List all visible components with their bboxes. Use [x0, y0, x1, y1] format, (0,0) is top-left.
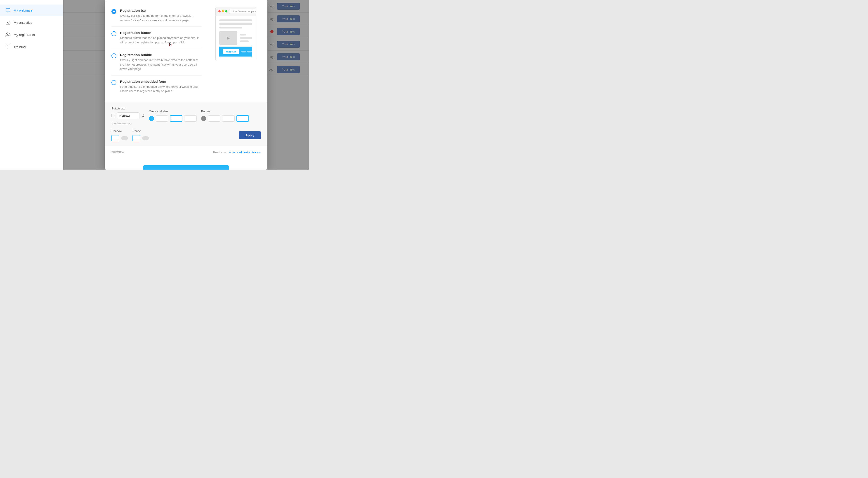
border-color-swatch[interactable]: [201, 116, 206, 121]
sidebar-item-my-analytics[interactable]: My analytics: [0, 17, 63, 28]
sidebar: My webinars My analytics My registrants …: [0, 0, 63, 170]
shape-group: Shape: [132, 129, 149, 141]
shadow-controls: [112, 135, 128, 141]
preview-header: PREVIEW Read about advanced customizatio…: [112, 151, 260, 154]
option-bar-desc: Overlay bar fixed to the bottom of the i…: [120, 13, 202, 22]
preview-label: PREVIEW: [112, 151, 125, 153]
option-registration-bubble[interactable]: Registration bubble Overlay, light and n…: [112, 49, 202, 76]
sidebar-item-training[interactable]: Training: [0, 41, 63, 53]
side-line-3: [240, 40, 249, 42]
option-bubble-content: Registration bubble Overlay, light and n…: [120, 53, 202, 71]
option-bubble-title: Registration bubble: [120, 53, 202, 57]
color-input-box-1[interactable]: [156, 115, 168, 122]
border-label: Border: [201, 110, 249, 113]
settings-row: Button text ⚙ Max 50 characters Color an…: [112, 107, 260, 141]
modal: Registration bar Overlay bar fixed to th…: [105, 0, 268, 170]
reg-bar-button: Register: [223, 49, 239, 54]
option-bar-content: Registration bar Overlay bar fixed to th…: [120, 8, 202, 22]
browser-dots: [218, 10, 227, 12]
reg-bar-preview: Register: [219, 47, 252, 57]
content-line-medium: [219, 27, 242, 29]
svg-point-1: [6, 33, 8, 34]
border-group: Border: [201, 110, 249, 122]
registrants-icon: [5, 32, 10, 37]
preview-section: PREVIEW Read about advanced customizatio…: [105, 146, 268, 170]
browser-url: https://www.example.com: [229, 9, 256, 14]
shape-toggle[interactable]: [142, 136, 149, 140]
border-input-1[interactable]: [208, 115, 220, 122]
content-lines: [219, 20, 252, 29]
shadow-toggle[interactable]: [121, 136, 128, 140]
option-embedded-content: Registration embedded form Form that can…: [120, 80, 202, 93]
max-chars-text: Max 50 characters: [112, 122, 145, 125]
color-size-group: Color and size: [149, 110, 197, 122]
content-row: ▶: [219, 31, 252, 45]
advanced-customization-text: Read about advanced customization: [213, 151, 260, 154]
modal-overlay[interactable]: Registration bar Overlay bar fixed to th…: [63, 0, 309, 170]
side-line-2: [240, 37, 252, 39]
side-lines: [240, 31, 252, 45]
content-line-full-2: [219, 23, 252, 25]
sidebar-item-label: My analytics: [13, 21, 32, 24]
settings-bar: Button text ⚙ Max 50 characters Color an…: [105, 102, 268, 146]
browser-bar: https://www.example.com ≡: [216, 7, 256, 16]
option-button-title: Registration button: [120, 31, 202, 35]
color-size-label: Color and size: [149, 110, 197, 113]
sidebar-item-label: My webinars: [13, 8, 33, 12]
button-text-group: Button text ⚙ Max 50 characters: [112, 107, 145, 125]
color-input-box-2[interactable]: [184, 115, 197, 122]
play-icon: ▶: [227, 35, 230, 40]
radio-registration-button[interactable]: [112, 31, 116, 36]
option-embedded-title: Registration embedded form: [120, 80, 202, 84]
shadow-label: Shadow: [112, 129, 128, 133]
shape-outline[interactable]: [132, 135, 141, 141]
option-registration-button[interactable]: Registration button Standard button that…: [112, 27, 202, 49]
sidebar-item-my-webinars[interactable]: My webinars: [0, 4, 63, 16]
bar-dot-2: [247, 51, 252, 53]
gear-icon[interactable]: ⚙: [141, 114, 145, 118]
video-thumbnail: ▶: [219, 31, 237, 45]
dot-red: [218, 10, 221, 12]
browser-content: ▶ Register: [216, 16, 256, 60]
sidebar-item-label: My registrants: [13, 33, 35, 37]
border-controls: [201, 115, 249, 122]
shadow-group: Shadow: [112, 129, 128, 141]
side-line-1: [240, 34, 246, 35]
option-registration-bar[interactable]: Registration bar Overlay bar fixed to th…: [112, 4, 202, 27]
sidebar-item-my-registrants[interactable]: My registrants: [0, 29, 63, 40]
webinar-icon: [5, 8, 10, 13]
color-size-controls: [149, 115, 197, 122]
shape-label: Shape: [132, 129, 149, 133]
radio-registration-bubble[interactable]: [112, 53, 116, 58]
border-outline[interactable]: [237, 115, 249, 122]
color-swatch[interactable]: [149, 116, 154, 121]
shape-controls: [132, 135, 149, 141]
register-preview-button[interactable]: Register: [143, 165, 229, 170]
sidebar-item-label: Training: [13, 45, 26, 49]
color-outline-box[interactable]: [170, 115, 182, 122]
button-text-checkbox[interactable]: [112, 114, 115, 117]
border-input-2[interactable]: [222, 115, 235, 122]
reg-bar-dots: [241, 51, 256, 53]
option-button-desc: Standard button that can be placed anywh…: [120, 36, 202, 44]
browser-preview-container: https://www.example.com ≡ ▶: [209, 0, 268, 102]
training-icon: [5, 44, 10, 49]
button-text-controls: ⚙: [112, 112, 145, 119]
preview-button-container: Register: [112, 158, 260, 170]
radio-registration-embedded[interactable]: [112, 80, 116, 85]
advanced-customization-link[interactable]: advanced customization: [229, 151, 260, 154]
apply-button[interactable]: Apply: [239, 131, 260, 139]
dot-yellow: [222, 10, 224, 12]
radio-registration-bar[interactable]: [112, 9, 116, 14]
option-bar-title: Registration bar: [120, 8, 202, 12]
shadow-outline[interactable]: [112, 135, 119, 141]
main-content: Delete • Advanced • Log Your links test …: [63, 0, 309, 170]
browser-preview: https://www.example.com ≡ ▶: [215, 7, 256, 60]
svg-rect-0: [6, 8, 10, 11]
option-bubble-desc: Overlay, light and non-intrusive bubble …: [120, 58, 202, 71]
button-text-label: Button text: [112, 107, 145, 110]
button-text-input[interactable]: [117, 112, 140, 119]
option-registration-embedded[interactable]: Registration embedded form Form that can…: [112, 76, 202, 97]
content-line-full: [219, 20, 252, 21]
bar-dot-1: [241, 51, 246, 53]
